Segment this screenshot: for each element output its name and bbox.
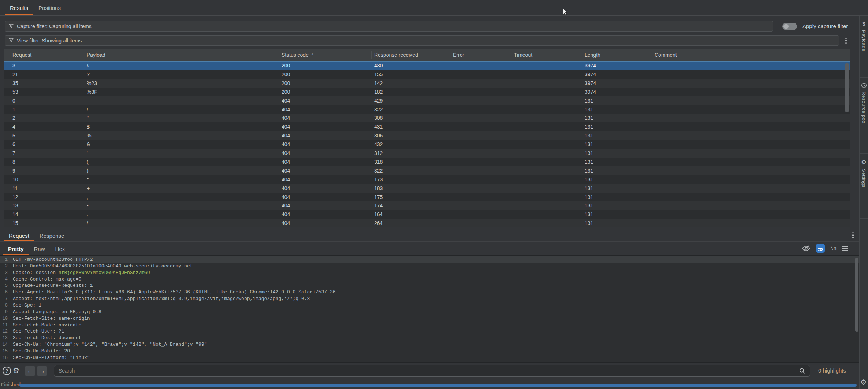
editor-settings-gear-icon[interactable]: ⚙ (860, 378, 867, 386)
cell-comment (655, 122, 839, 131)
cell-length: 131 (585, 166, 652, 175)
tab-positions[interactable]: Positions (33, 0, 66, 15)
table-row[interactable]: 1!404322131 (4, 105, 850, 114)
next-match-button[interactable]: → (37, 366, 47, 376)
previous-match-button[interactable]: ← (25, 366, 35, 376)
column-header-status-code[interactable]: Status code^ (282, 49, 313, 61)
view-filter-bar[interactable]: View filter: Showing all items (5, 35, 839, 46)
table-row[interactable]: 9)404322131 (4, 166, 850, 175)
cell-request: 9 (12, 166, 84, 175)
cell-response-received: 182 (374, 88, 450, 96)
table-row[interactable]: 7'404312131 (4, 149, 850, 158)
sidebar-item-resource-pool[interactable]: Resource pool (860, 78, 868, 154)
table-row[interactable]: 14.404164131 (4, 210, 850, 219)
cell-status-code: 404 (282, 105, 371, 114)
help-icon[interactable]: ? (3, 367, 11, 375)
cell-comment (655, 114, 839, 122)
table-row[interactable]: 21?2001553974 (4, 70, 850, 79)
cell-timeout (514, 114, 582, 122)
table-row[interactable]: 4$404431131 (4, 122, 850, 131)
tab-raw[interactable]: Raw (29, 242, 50, 255)
message-panel-menu-button[interactable] (850, 231, 856, 239)
capture-filter-label: Capture filter: Capturing all items (17, 23, 92, 29)
cell-payload: %23 (87, 79, 279, 88)
cell-comment (655, 70, 839, 79)
table-row[interactable]: 6&404432131 (4, 140, 850, 149)
table-row[interactable]: 10*404173131 (4, 175, 850, 184)
request-editor[interactable]: 1GET /my-account%23foo HTTP/22Host: 0ad5… (0, 255, 859, 362)
cell-timeout (514, 79, 582, 88)
table-row[interactable]: 53%3F2001823974 (4, 88, 850, 96)
tab-hex[interactable]: Hex (50, 242, 70, 255)
sidebar-item-settings[interactable]: ⚙ Settings (860, 154, 868, 219)
cell-comment (655, 175, 839, 184)
cell-timeout (514, 201, 582, 210)
cell-length: 131 (585, 105, 652, 114)
cell-status-code: 404 (282, 201, 371, 210)
cell-error (453, 140, 511, 149)
cell-status-code: 404 (282, 175, 371, 184)
table-row[interactable]: 2"404308131 (4, 114, 850, 122)
cell-status-code: 404 (282, 96, 371, 105)
table-scrollbar-thumb[interactable] (845, 63, 849, 112)
table-row[interactable]: 12,404175131 (4, 193, 850, 201)
cell-status-code: 200 (282, 70, 371, 79)
show-newlines-icon[interactable]: \n (830, 245, 837, 251)
cell-comment (655, 149, 839, 158)
column-header-error[interactable]: Error (453, 49, 464, 61)
column-header-timeout[interactable]: Timeout (514, 49, 532, 61)
cell-status-code: 200 (282, 61, 371, 70)
cell-response-received: 318 (374, 158, 450, 166)
apply-capture-filter-toggle[interactable] (782, 23, 797, 30)
cell-response-received: 155 (374, 70, 450, 79)
table-row[interactable]: 15/404264131 (4, 219, 850, 227)
cell-comment (655, 184, 839, 193)
cell-response-received: 322 (374, 105, 450, 114)
cell-comment (655, 140, 839, 149)
column-header-comment[interactable]: Comment (655, 49, 677, 61)
tab-results[interactable]: Results (5, 0, 33, 15)
cell-error (453, 210, 511, 219)
column-header-length[interactable]: Length (585, 49, 600, 61)
cell-timeout (514, 166, 582, 175)
cell-response-received: 164 (374, 210, 450, 219)
table-row[interactable]: 13-404174131 (4, 201, 850, 210)
cell-payload: ) (87, 166, 279, 175)
cell-status-code: 404 (282, 122, 371, 131)
cell-timeout (514, 158, 582, 166)
request-line: 3Cookie: session=htBjogM8WhvYMmXvDG9sHqJ… (0, 270, 859, 276)
editor-scrollbar-thumb[interactable] (855, 258, 858, 332)
search-input[interactable] (59, 368, 799, 374)
table-row[interactable]: 35%232001423974 (4, 79, 850, 88)
tab-response[interactable]: Response (34, 230, 70, 241)
sidebar-item-payloads[interactable]: $ Payloads (860, 16, 868, 78)
cell-response-received: 173 (374, 175, 450, 184)
word-wrap-icon[interactable] (816, 244, 825, 253)
table-row[interactable]: 11+404183131 (4, 184, 850, 193)
column-header-payload[interactable]: Payload (87, 49, 105, 61)
cell-length: 131 (585, 210, 652, 219)
capture-filter-bar[interactable]: Capture filter: Capturing all items (5, 21, 773, 32)
search-settings-gear-icon[interactable]: ⚙ (13, 367, 19, 374)
tab-request[interactable]: Request (4, 230, 34, 241)
cell-response-received: 430 (374, 61, 450, 70)
cell-timeout (514, 175, 582, 184)
table-row[interactable]: 0404429131 (4, 96, 850, 105)
cell-length: 131 (585, 201, 652, 210)
cell-response-received: 264 (374, 219, 450, 227)
tab-pretty[interactable]: Pretty (3, 242, 29, 255)
column-header-request[interactable]: Request (12, 49, 31, 61)
cell-timeout (514, 122, 582, 131)
editor-menu-icon[interactable] (842, 246, 848, 251)
hide-nonprintables-icon[interactable] (802, 245, 811, 252)
table-row[interactable]: 8(404318131 (4, 158, 850, 166)
request-line: 4Cache-Control: max-age=0 (0, 276, 859, 283)
view-filter-menu-button[interactable] (843, 37, 849, 45)
view-filter-label: View filter: Showing all items (17, 38, 82, 44)
column-header-response-received[interactable]: Response received (374, 49, 418, 61)
table-row[interactable]: 5%404306131 (4, 131, 850, 140)
table-row[interactable]: 3#2004303974 (4, 61, 850, 70)
cell-comment (655, 88, 839, 96)
cell-length: 3974 (585, 61, 652, 70)
cell-request: 35 (12, 79, 84, 88)
